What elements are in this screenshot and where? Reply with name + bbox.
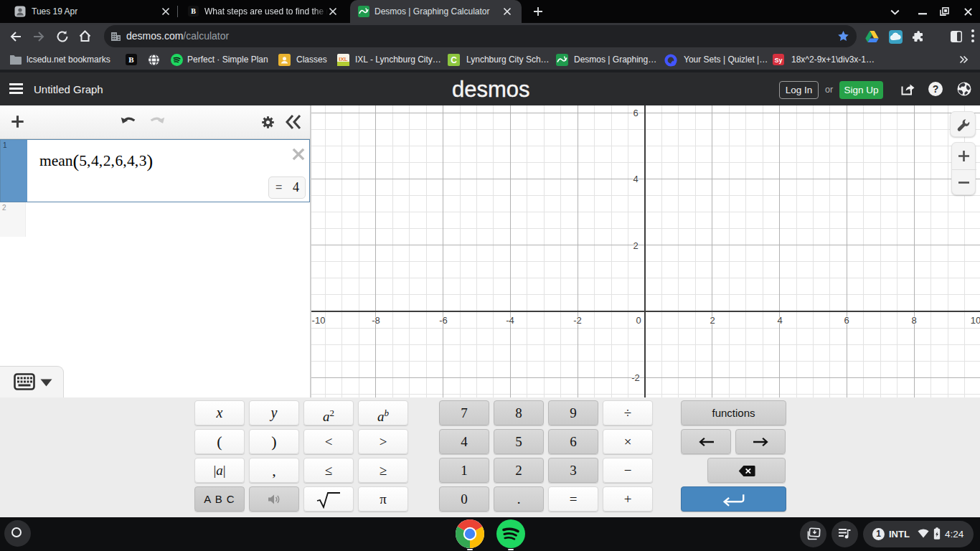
svg-text:Sy: Sy bbox=[774, 57, 782, 64]
svg-text:B: B bbox=[128, 55, 134, 64]
svg-text:IXL: IXL bbox=[339, 56, 348, 62]
svg-text:B: B bbox=[191, 7, 196, 15]
svg-text:C: C bbox=[451, 55, 457, 65]
